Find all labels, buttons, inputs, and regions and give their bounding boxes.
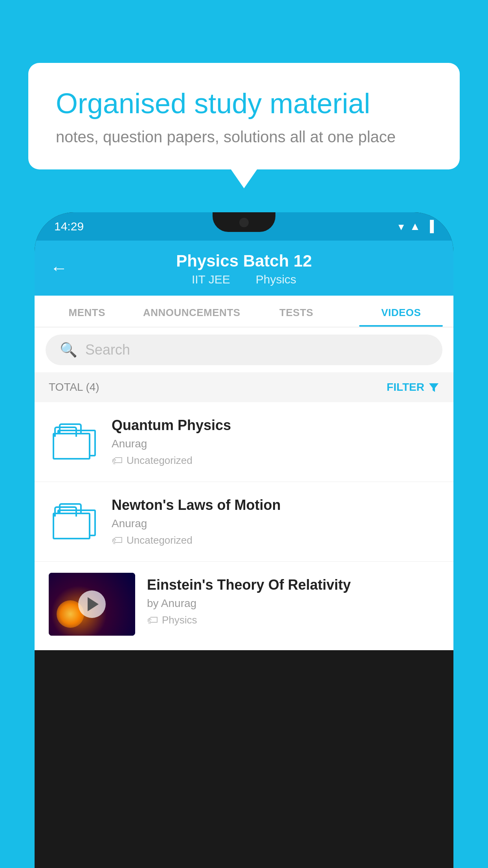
video-author: by Anurag [147,597,439,610]
status-time: 14:29 [54,220,84,233]
tag-icon: 🏷 [147,614,158,627]
folder-icon-area [49,416,100,467]
signal-icon: ▲ [409,220,420,233]
list-item[interactable]: Einstein's Theory Of Relativity by Anura… [35,562,453,650]
status-bar: 14:29 ▾ ▲ ▐ [35,212,453,241]
list-item[interactable]: Newton's Laws of Motion Anurag 🏷 Uncateg… [35,482,453,562]
svg-marker-0 [429,383,438,392]
status-icons: ▾ ▲ ▐ [398,220,434,233]
camera [239,218,249,227]
tab-ments[interactable]: MENTS [35,296,139,327]
wifi-icon: ▾ [398,220,404,233]
video-tag: 🏷 Physics [147,614,439,627]
video-title: Newton's Laws of Motion [112,497,439,513]
folder-icon-area [49,496,100,547]
subtitle-iitjee: IIT JEE [192,273,230,286]
filter-bar: TOTAL (4) FILTER [35,372,453,402]
back-button[interactable]: ← [50,258,68,278]
bubble-title: Organised study material [56,86,432,120]
video-info: Newton's Laws of Motion Anurag 🏷 Uncateg… [112,497,439,547]
folder-icon [53,424,96,460]
phone-frame: 14:29 ▾ ▲ ▐ ← Physics Batch 12 IIT JEE P… [35,212,453,868]
video-tag: 🏷 Uncategorized [112,534,439,547]
speech-bubble: Organised study material notes, question… [28,63,460,169]
tab-announcements[interactable]: ANNOUNCEMENTS [139,296,244,327]
subtitle-sep [241,273,248,286]
search-icon: 🔍 [60,342,77,358]
header-title: Physics Batch 12 [50,252,438,270]
tag-icon: 🏷 [112,454,123,467]
video-info: Quantum Physics Anurag 🏷 Uncategorized [112,417,439,467]
search-container: 🔍 Search [35,327,453,372]
filter-button[interactable]: FILTER [387,381,439,394]
list-item[interactable]: Quantum Physics Anurag 🏷 Uncategorized [35,402,453,482]
battery-icon: ▐ [426,220,434,233]
tab-tests[interactable]: TESTS [244,296,349,327]
play-button[interactable] [78,590,106,618]
total-count: TOTAL (4) [49,381,99,394]
video-title: Quantum Physics [112,417,439,434]
search-box[interactable]: 🔍 Search [46,335,442,365]
tab-videos[interactable]: VIDEOS [349,296,454,327]
folder-icon [53,504,96,539]
bubble-subtitle: notes, question papers, solutions all at… [56,128,432,146]
notch [213,212,275,232]
tab-bar: MENTS ANNOUNCEMENTS TESTS VIDEOS [35,296,453,327]
app-header: ← Physics Batch 12 IIT JEE Physics [35,241,453,296]
search-placeholder: Search [85,342,130,358]
video-title: Einstein's Theory Of Relativity [147,577,439,593]
video-info: Einstein's Theory Of Relativity by Anura… [147,573,439,627]
video-tag: 🏷 Uncategorized [112,454,439,467]
header-subtitle: IIT JEE Physics [50,273,438,286]
video-author: Anurag [112,517,439,530]
video-author: Anurag [112,438,439,450]
subtitle-physics: Physics [256,273,296,286]
tag-icon: 🏷 [112,534,123,547]
video-list: Quantum Physics Anurag 🏷 Uncategorized N… [35,402,453,650]
filter-icon [428,382,439,393]
video-thumbnail [49,573,135,636]
